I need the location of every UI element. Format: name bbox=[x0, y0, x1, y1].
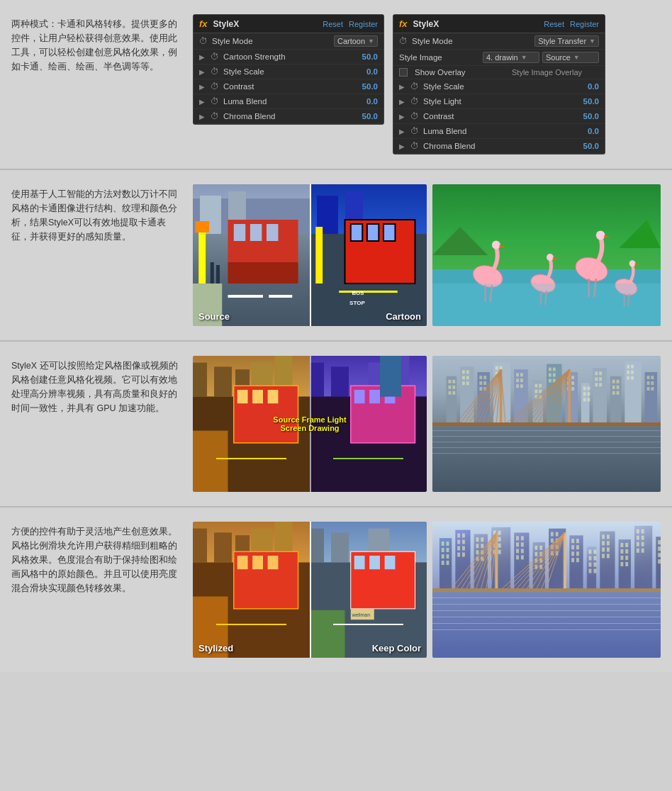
ny-bridge-canvas bbox=[432, 356, 661, 492]
panel-cartoon-register[interactable]: Register bbox=[349, 20, 378, 28]
row-label-luma-blend: Luma Blend bbox=[223, 97, 362, 106]
bus-cartoon-canvas bbox=[310, 184, 427, 326]
fx-icon-cartoon: fx bbox=[199, 18, 208, 29]
panel-row-chroma-blend-st: ▶ ⏱ Chroma Blend 50.0 bbox=[393, 139, 605, 154]
row-label-style-mode-st: Style Mode bbox=[412, 37, 530, 45]
row-label-style-mode: Style Mode bbox=[212, 37, 330, 45]
cartoon-label: Cartoon bbox=[386, 311, 421, 322]
expand-chroma-blend[interactable]: ▶ bbox=[199, 113, 205, 120]
style-mode-value: Cartoon bbox=[337, 37, 365, 45]
style-image-dropdown[interactable]: 4. drawin ▼ bbox=[483, 52, 539, 63]
expand-contrast[interactable]: ▶ bbox=[199, 83, 205, 91]
stylized-label: Stylized bbox=[198, 643, 233, 653]
clock-icon-style-mode-st: ⏱ bbox=[399, 36, 408, 46]
panel-row-cartoon-strength: ▶ ⏱ Cartoon Strength 50.0 bbox=[194, 50, 383, 64]
overlay-center-text: Source Frame LightScreen Drawing bbox=[273, 415, 346, 432]
dropdown-arrow: ▼ bbox=[368, 38, 374, 45]
panel-row-luma-blend: ▶ ⏱ Luma Blend 0.0 bbox=[194, 94, 383, 109]
row-label-show-overlay: Show Overlay bbox=[415, 68, 502, 77]
section-2-description: 使用基于人工智能的方法对数以万计不同风格的卡通图像进行结构、纹理和颜色分析，结果… bbox=[11, 189, 177, 242]
section-3-images: Source Frame LightScreen Drawing bbox=[193, 356, 661, 492]
section-1-text: 两种模式：卡通和风格转移。提供更多的控件，让用户轻松获得创意效果。使用此工具，可… bbox=[11, 14, 181, 74]
section-4-description: 方便的控件有助于灵活地产生创意效果。风格比例滑块允许用户获得精细到粗略的风格效果… bbox=[11, 527, 177, 593]
panel-st-reset[interactable]: Reset bbox=[544, 20, 564, 28]
source-label-text: Source bbox=[198, 311, 230, 322]
show-overlay-checkbox[interactable] bbox=[399, 68, 408, 77]
row-value-style-scale-st: 0.0 bbox=[588, 82, 599, 91]
ny-stylized-wrapper bbox=[432, 522, 661, 658]
row-label-contrast: Contrast bbox=[223, 82, 358, 91]
keepcolor-label: Keep Color bbox=[372, 643, 421, 653]
panel-row-style-light: ▶ ⏱ Style Light 50.0 bbox=[393, 94, 605, 109]
source-value: Source bbox=[546, 53, 571, 62]
row-label-chroma-blend: Chroma Blend bbox=[223, 112, 358, 120]
expand-cartoon-strength[interactable]: ▶ bbox=[199, 53, 205, 61]
row-label-style-image: Style Image bbox=[399, 53, 478, 62]
section-3-description: StyleX 还可以按照给定风格图像或视频的风格创建任意风格化视频。它可以有效地… bbox=[11, 361, 178, 413]
row-value-contrast: 50.0 bbox=[362, 82, 378, 91]
street-stylized-wrapper: Source Frame LightScreen Drawing bbox=[193, 356, 427, 492]
fx-icon-st: fx bbox=[399, 18, 408, 29]
row-value-luma-blend: 0.0 bbox=[366, 97, 378, 106]
flamingo-canvas bbox=[432, 184, 661, 326]
row-value-style-scale: 0.0 bbox=[366, 67, 378, 76]
section-3: StyleX 还可以按照给定风格图像或视频的风格创建任意风格化视频。它可以有效地… bbox=[0, 342, 672, 507]
row-value-luma-blend-st: 0.0 bbox=[588, 127, 599, 135]
panel-cartoon-reset[interactable]: Reset bbox=[323, 20, 343, 28]
section-4: 方便的控件有助于灵活地产生创意效果。风格比例滑块允许用户获得精细到粗略的风格效果… bbox=[0, 507, 672, 672]
stylized-label-text: Stylized bbox=[198, 643, 233, 653]
section-1-description: 两种模式：卡通和风格转移。提供更多的控件，让用户轻松获得创意效果。使用此工具，可… bbox=[11, 19, 177, 72]
style-mode-st-value: Style Transfer bbox=[538, 37, 586, 45]
row-label-chroma-blend-st: Chroma Blend bbox=[423, 142, 579, 150]
section-2: 使用基于人工智能的方法对数以万计不同风格的卡通图像进行结构、纹理和颜色分析，结果… bbox=[0, 170, 672, 342]
panel-st-register[interactable]: Register bbox=[570, 20, 599, 28]
clock-icon-luma-blend-st: ⏱ bbox=[410, 126, 419, 136]
clock-icon-contrast-st: ⏱ bbox=[410, 111, 419, 121]
panel-st-title: fx StyleX bbox=[399, 18, 439, 29]
style-image-value: 4. drawin bbox=[486, 53, 518, 62]
panel-row-luma-blend-st: ▶ ⏱ Luma Blend 0.0 bbox=[393, 124, 605, 139]
expand-chroma-blend-st[interactable]: ▶ bbox=[399, 142, 405, 150]
row-label-style-image-overlay: Style Image Overlay bbox=[512, 68, 599, 77]
stylized-keepcolor-wrapper: Stylized Keep Color bbox=[193, 522, 427, 658]
panel-row-chroma-blend: ▶ ⏱ Chroma Blend 50.0 bbox=[194, 109, 383, 124]
keepcolor-canvas bbox=[310, 522, 427, 658]
source-dropdown[interactable]: Source ▼ bbox=[542, 52, 599, 63]
panel-row-style-mode-st: ⏱ Style Mode Style Transfer ▼ bbox=[393, 33, 605, 50]
panel-cartoon-links: Reset Register bbox=[323, 20, 378, 28]
panel-style-transfer: fx StyleX Reset Register ⏱ Style Mode St… bbox=[393, 14, 605, 155]
row-value-chroma-blend-st: 50.0 bbox=[583, 142, 599, 150]
clock-icon-style-light: ⏱ bbox=[410, 96, 419, 106]
section-1-content: fx StyleX Reset Register ⏱ Style Mode Ca… bbox=[193, 14, 661, 155]
stylized2-canvas bbox=[193, 522, 310, 658]
row-value-chroma-blend: 50.0 bbox=[362, 112, 378, 120]
row-label-cartoon-strength: Cartoon Strength bbox=[223, 52, 358, 61]
expand-style-scale[interactable]: ▶ bbox=[199, 68, 205, 76]
divider-line-4 bbox=[310, 522, 311, 658]
clock-icon-style-mode: ⏱ bbox=[199, 36, 208, 46]
panel-st-links: Reset Register bbox=[544, 20, 599, 28]
style-mode-st-dropdown[interactable]: Style Transfer ▼ bbox=[534, 35, 599, 47]
panel-row-style-mode: ⏱ Style Mode Cartoon ▼ bbox=[194, 33, 383, 50]
panel-cartoon-title: fx StyleX bbox=[199, 18, 239, 29]
style-mode-dropdown[interactable]: Cartoon ▼ bbox=[334, 35, 378, 47]
expand-contrast-st[interactable]: ▶ bbox=[399, 113, 405, 120]
clock-icon-style-scale: ⏱ bbox=[211, 67, 219, 77]
expand-luma-blend-st[interactable]: ▶ bbox=[399, 128, 405, 135]
expand-style-light[interactable]: ▶ bbox=[399, 98, 405, 106]
row-value-cartoon-strength: 50.0 bbox=[362, 52, 378, 61]
divider-line bbox=[310, 184, 311, 326]
row-label-luma-blend-st: Luma Blend bbox=[423, 127, 583, 135]
section-4-text: 方便的控件有助于灵活地产生创意效果。风格比例滑块允许用户获得精细到粗略的风格效果… bbox=[11, 522, 181, 595]
dropdown-arrow-img: ▼ bbox=[521, 54, 527, 61]
panel-row-style-scale: ▶ ⏱ Style Scale 0.0 bbox=[194, 64, 383, 79]
street-comparison-wrapper: Source Cartoon bbox=[193, 184, 427, 326]
expand-style-scale-st[interactable]: ▶ bbox=[399, 83, 405, 91]
section-2-images: Source Cartoon bbox=[193, 184, 661, 326]
panel-cartoon-name: StyleX bbox=[213, 19, 240, 29]
overlay-center-label: Source Frame LightScreen Drawing bbox=[273, 415, 346, 432]
style-image-controls: 4. drawin ▼ Source ▼ bbox=[483, 52, 599, 63]
bus-source-canvas bbox=[193, 184, 310, 326]
expand-luma-blend[interactable]: ▶ bbox=[199, 98, 205, 106]
cartoon-label-text: Cartoon bbox=[386, 311, 421, 322]
